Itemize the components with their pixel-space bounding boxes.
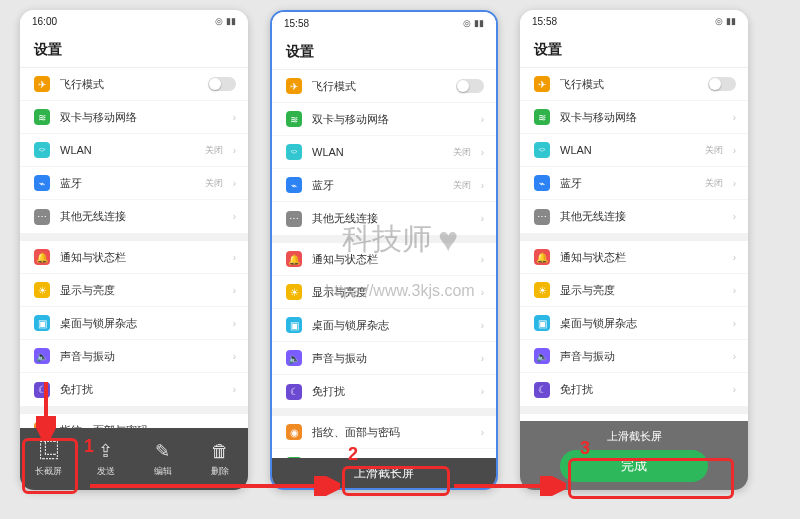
row-notifications[interactable]: 🔔通知与状态栏› <box>520 241 748 274</box>
row-label: 通知与状态栏 <box>560 250 723 265</box>
row-dnd[interactable]: ☾ 免打扰 › <box>20 373 248 406</box>
row-airplane[interactable]: ✈ 飞行模式 <box>20 68 248 101</box>
airplane-toggle[interactable] <box>208 77 236 91</box>
row-fingerprint[interactable]: ◉指纹、面部与密码› <box>272 416 496 449</box>
row-notifications[interactable]: 🔔通知与状态栏› <box>272 243 496 276</box>
row-fingerprint[interactable]: ◉ 指纹、面部与密码 › <box>20 414 248 428</box>
screenshot-toolbar: ⿺ 长截屏 ⇪ 发送 ✎ 编辑 🗑 删除 <box>20 428 248 490</box>
chevron-right-icon: › <box>733 211 736 222</box>
row-label: 其他无线连接 <box>60 209 223 224</box>
crop-button[interactable]: ⿺ 长截屏 <box>20 428 77 490</box>
row-dnd[interactable]: ☾免打扰› <box>520 373 748 406</box>
row-label: 显示与亮度 <box>60 283 223 298</box>
row-connections[interactable]: ⋯ 其他无线连接 › <box>20 200 248 233</box>
page-title: 设置 <box>20 32 248 68</box>
chevron-right-icon: › <box>233 211 236 222</box>
row-sound[interactable]: 🔈声音与振动› <box>272 342 496 375</box>
row-fingerprint[interactable]: ◉指纹、面部与密码› <box>520 414 748 421</box>
tutorial-frame-2: 15:58 ◎ ▮▮ 设置 ✈飞行模式 ≋双卡与移动网络› ⌔WLAN关闭› ⌁… <box>270 10 498 509</box>
row-wallpaper[interactable]: ▣ 桌面与锁屏杂志 › <box>20 307 248 340</box>
row-wlan[interactable]: ⌔WLAN关闭› <box>520 134 748 167</box>
chevron-right-icon: › <box>481 180 484 191</box>
row-label: 显示与亮度 <box>560 283 723 298</box>
status-icons: ◎ ▮▮ <box>463 18 484 28</box>
bell-icon: 🔔 <box>34 249 50 265</box>
row-label: 通知与状态栏 <box>312 252 471 267</box>
btn-label: 发送 <box>97 465 115 478</box>
row-label: 桌面与锁屏杂志 <box>312 318 471 333</box>
wifi-icon: ⌔ <box>534 142 550 158</box>
sim-icon: ≋ <box>286 111 302 127</box>
delete-button[interactable]: 🗑 删除 <box>191 428 248 490</box>
row-display[interactable]: ☀显示与亮度› <box>272 276 496 309</box>
row-label: 显示与亮度 <box>312 285 471 300</box>
scroll-capture-button[interactable]: 上滑截长屏 <box>354 465 414 482</box>
chevron-right-icon: › <box>733 112 736 123</box>
row-sound[interactable]: 🔈 声音与振动 › <box>20 340 248 373</box>
row-wallpaper[interactable]: ▣桌面与锁屏杂志› <box>520 307 748 340</box>
row-connections[interactable]: ⋯其他无线连接› <box>272 202 496 235</box>
status-bar: 15:58 ◎ ▮▮ <box>520 10 748 32</box>
status-bar: 15:58 ◎ ▮▮ <box>272 12 496 34</box>
btn-label: 删除 <box>211 465 229 478</box>
settings-list[interactable]: ✈ 飞行模式 ≋ 双卡与移动网络 › ⌔ WLAN 关闭 › <box>20 68 248 428</box>
fingerprint-icon: ◉ <box>286 424 302 440</box>
row-value: 关闭 <box>205 144 223 157</box>
wallpaper-icon: ▣ <box>534 315 550 331</box>
row-label: WLAN <box>560 144 695 156</box>
row-display[interactable]: ☀ 显示与亮度 › <box>20 274 248 307</box>
more-conn-icon: ⋯ <box>534 209 550 225</box>
chevron-right-icon: › <box>233 145 236 156</box>
scroll-capture-overlay: 上滑截长屏 完成 <box>520 421 748 490</box>
sim-icon: ≋ <box>34 109 50 125</box>
chevron-right-icon: › <box>481 254 484 265</box>
moon-icon: ☾ <box>286 384 302 400</box>
chevron-right-icon: › <box>481 427 484 438</box>
sun-icon: ☀ <box>34 282 50 298</box>
row-notifications[interactable]: 🔔 通知与状态栏 › <box>20 241 248 274</box>
row-display[interactable]: ☀显示与亮度› <box>520 274 748 307</box>
row-sim[interactable]: ≋双卡与移动网络› <box>272 103 496 136</box>
row-value: 关闭 <box>453 179 471 192</box>
row-connections[interactable]: ⋯其他无线连接› <box>520 200 748 233</box>
row-label: 双卡与移动网络 <box>312 112 471 127</box>
tutorial-frame-3: 15:58 ◎ ▮▮ 设置 ✈飞行模式 ≋双卡与移动网络› ⌔WLAN关闭› ⌁… <box>520 10 748 509</box>
annotation-number-3: 3 <box>580 438 590 459</box>
row-sound[interactable]: 🔈声音与振动› <box>520 340 748 373</box>
speaker-icon: 🔈 <box>34 348 50 364</box>
airplane-toggle[interactable] <box>708 77 736 91</box>
row-label: 免打扰 <box>560 382 723 397</box>
clock: 16:00 <box>32 16 57 27</box>
row-assist[interactable]: ✦智能便捷› <box>272 449 496 458</box>
status-icons: ◎ ▮▮ <box>715 16 736 26</box>
row-sim[interactable]: ≋ 双卡与移动网络 › <box>20 101 248 134</box>
edit-button[interactable]: ✎ 编辑 <box>134 428 191 490</box>
moon-icon: ☾ <box>34 382 50 398</box>
chevron-right-icon: › <box>481 147 484 158</box>
row-bluetooth[interactable]: ⌁蓝牙关闭› <box>272 169 496 202</box>
airplane-toggle[interactable] <box>456 79 484 93</box>
row-wlan[interactable]: ⌔WLAN关闭› <box>272 136 496 169</box>
chevron-right-icon: › <box>733 351 736 362</box>
row-sim[interactable]: ≋双卡与移动网络› <box>520 101 748 134</box>
row-airplane[interactable]: ✈飞行模式 <box>272 70 496 103</box>
phone-mock-1: 16:00 ◎ ▮▮ 设置 ✈ 飞行模式 ≋ 双卡与移动网络 › <box>20 10 248 490</box>
row-wallpaper[interactable]: ▣桌面与锁屏杂志› <box>272 309 496 342</box>
chevron-right-icon: › <box>481 353 484 364</box>
settings-list[interactable]: ✈飞行模式 ≋双卡与移动网络› ⌔WLAN关闭› ⌁蓝牙关闭› ⋯其他无线连接›… <box>272 70 496 458</box>
chevron-right-icon: › <box>233 285 236 296</box>
sun-icon: ☀ <box>286 284 302 300</box>
sim-icon: ≋ <box>534 109 550 125</box>
row-airplane[interactable]: ✈飞行模式 <box>520 68 748 101</box>
row-value: 关闭 <box>705 144 723 157</box>
more-conn-icon: ⋯ <box>286 211 302 227</box>
row-label: WLAN <box>60 144 195 156</box>
row-bluetooth[interactable]: ⌁蓝牙关闭› <box>520 167 748 200</box>
row-dnd[interactable]: ☾免打扰› <box>272 375 496 408</box>
chevron-right-icon: › <box>481 213 484 224</box>
scroll-capture-hint: 上滑截长屏 <box>520 423 748 450</box>
row-wlan[interactable]: ⌔ WLAN 关闭 › <box>20 134 248 167</box>
settings-list[interactable]: ✈飞行模式 ≋双卡与移动网络› ⌔WLAN关闭› ⌁蓝牙关闭› ⋯其他无线连接›… <box>520 68 748 421</box>
row-bluetooth[interactable]: ⌁ 蓝牙 关闭 › <box>20 167 248 200</box>
row-label: 通知与状态栏 <box>60 250 223 265</box>
